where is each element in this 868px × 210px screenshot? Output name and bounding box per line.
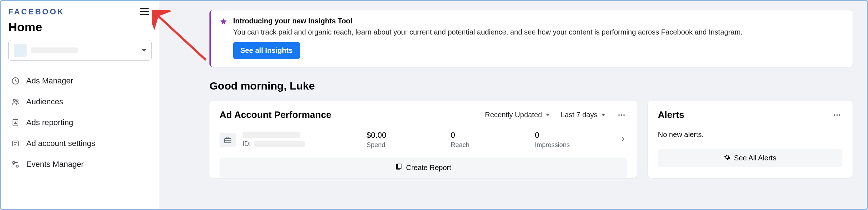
svg-point-5: [13, 161, 15, 164]
sort-label: Recently Updated: [485, 111, 542, 119]
metric-impressions: 0 Impressions: [535, 131, 601, 149]
see-all-alerts-label: See All Alerts: [734, 154, 776, 162]
id-label: ID:: [243, 140, 251, 148]
svg-rect-9: [398, 164, 401, 169]
nav-list: Ads Manager Audiences Ads reporting Ad a…: [8, 72, 152, 174]
gear-icon: [724, 154, 730, 162]
account-selector[interactable]: [8, 40, 152, 61]
page-title: Home: [8, 20, 152, 34]
insights-banner: Introducing your new Insights Tool You c…: [209, 10, 853, 67]
account-row[interactable]: ID: $0.00 Spend 0 Reach 0: [220, 131, 627, 158]
chevron-down-icon: [142, 49, 146, 52]
metric-value: 0: [451, 131, 517, 140]
chevron-down-icon: [601, 114, 605, 116]
banner-title: Introducing your new Insights Tool: [233, 17, 743, 25]
card-title: Alerts: [658, 109, 684, 120]
metric-value: $0.00: [366, 131, 433, 140]
briefcase-icon: [220, 133, 236, 147]
sidebar-item-audiences[interactable]: Audiences: [8, 92, 152, 111]
account-name-redacted: [31, 47, 78, 53]
sidebar-item-ads-manager[interactable]: Ads Manager: [8, 72, 152, 90]
svg-point-2: [17, 100, 18, 102]
svg-point-6: [16, 165, 18, 167]
report-icon: [395, 163, 402, 172]
greeting: Good morning, Luke: [209, 80, 853, 92]
report-icon: [10, 118, 20, 128]
performance-card: Ad Account Performance Recently Updated …: [209, 101, 637, 178]
metric-spend: $0.00 Spend: [366, 131, 433, 149]
svg-rect-7: [225, 138, 231, 143]
sidebar-item-label: Ad account settings: [26, 139, 95, 148]
people-icon: [10, 97, 20, 107]
account-name-redacted: [243, 132, 300, 138]
events-icon: [10, 159, 20, 169]
sort-dropdown[interactable]: Recently Updated: [485, 111, 550, 119]
metric-reach: 0 Reach: [451, 131, 517, 149]
sidebar-item-ads-reporting[interactable]: Ads reporting: [8, 113, 152, 132]
clock-stats-icon: [10, 76, 20, 86]
range-dropdown[interactable]: Last 7 days: [561, 111, 605, 119]
sidebar-item-label: Ads reporting: [26, 118, 73, 127]
svg-point-1: [13, 99, 15, 101]
create-report-button[interactable]: Create Report: [220, 158, 627, 178]
sidebar-item-label: Audiences: [26, 97, 63, 106]
sidebar-item-label: Events Manager: [26, 160, 84, 169]
metric-value: 0: [535, 131, 601, 140]
range-label: Last 7 days: [561, 111, 597, 119]
main-content: Introducing your new Insights Tool You c…: [159, 1, 867, 209]
settings-list-icon: [10, 138, 20, 149]
avatar: [14, 44, 27, 57]
sidebar-item-label: Ads Manager: [26, 76, 73, 86]
see-all-alerts-button[interactable]: See All Alerts: [658, 149, 842, 167]
chevron-down-icon: [546, 114, 550, 116]
star-icon: [220, 18, 227, 59]
see-insights-button[interactable]: See all Insights: [233, 42, 300, 59]
metric-label: Reach: [451, 141, 517, 149]
metric-label: Spend: [366, 141, 433, 149]
facebook-logo: FACEBOOK: [8, 7, 65, 17]
more-icon[interactable]: [616, 112, 627, 118]
create-report-label: Create Report: [406, 164, 451, 172]
metric-label: Impressions: [535, 141, 601, 149]
sidebar: FACEBOOK Home Ads Manager: [1, 1, 159, 209]
alerts-card: Alerts No new alerts. See All Alerts: [648, 101, 853, 178]
card-title: Ad Account Performance: [220, 109, 331, 120]
account-id-redacted: [254, 141, 305, 147]
sidebar-item-ad-account-settings[interactable]: Ad account settings: [8, 134, 152, 153]
banner-text: You can track paid and organic reach, le…: [233, 28, 743, 36]
chevron-right-icon[interactable]: [619, 135, 627, 145]
svg-rect-4: [13, 141, 18, 146]
sidebar-item-events-manager[interactable]: Events Manager: [8, 155, 152, 174]
hamburger-icon[interactable]: [137, 5, 152, 18]
alerts-empty-text: No new alerts.: [658, 131, 842, 139]
more-icon[interactable]: [832, 112, 842, 118]
